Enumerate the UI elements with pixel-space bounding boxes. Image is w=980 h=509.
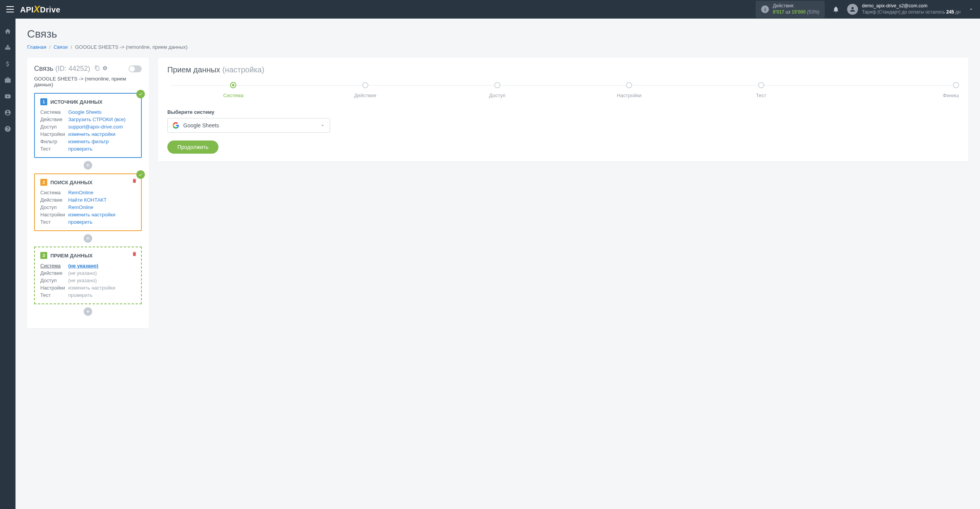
block-source-title: ИСТОЧНИК ДАННЫХ xyxy=(50,99,102,105)
search-action[interactable]: Найти КОНТАКТ xyxy=(68,197,136,203)
add-step-button[interactable]: + xyxy=(84,307,92,316)
svg-rect-1 xyxy=(7,48,9,50)
step-action[interactable]: Действие xyxy=(299,82,432,98)
step-finish[interactable]: Финиш xyxy=(827,82,959,98)
step-test[interactable]: Тест xyxy=(695,82,827,98)
sitemap-icon[interactable] xyxy=(4,44,11,51)
chevron-down-icon xyxy=(320,123,325,128)
delete-icon[interactable] xyxy=(132,178,137,183)
stepper: Система Действие Доступ Настройки Тест Ф… xyxy=(167,82,959,98)
actions-used: 8'017 xyxy=(773,9,784,15)
info-icon: i xyxy=(761,5,769,13)
search-system[interactable]: RemOnline xyxy=(68,190,136,195)
actions-counter[interactable]: i Действия: 8'017 из 15'000 (53%) xyxy=(756,1,825,17)
user-icon[interactable] xyxy=(4,109,11,116)
continue-button[interactable]: Продолжить xyxy=(167,141,218,154)
check-badge-icon xyxy=(136,90,145,98)
block-search: 2ПОИСК ДАННЫХ СистемаRemOnline ДействиеН… xyxy=(34,173,142,231)
topbar: APIXDrive i Действия: 8'017 из 15'000 (5… xyxy=(0,0,980,19)
block-destination: 3ПРИЕМ ДАННЫХ Система(не указано) Действ… xyxy=(34,247,142,304)
dest-test: проверить xyxy=(68,292,136,298)
briefcase-icon[interactable] xyxy=(4,77,11,84)
home-icon[interactable] xyxy=(4,28,11,35)
block-dest-title: ПРИЕМ ДАННЫХ xyxy=(50,253,93,259)
svg-rect-2 xyxy=(9,48,10,50)
breadcrumb-current: GOOGLE SHEETS -> (remonline, прием данны… xyxy=(75,44,187,50)
connection-title: Связь (ID: 44252) xyxy=(34,65,108,73)
dest-access: (не указано) xyxy=(68,278,136,283)
user-email: demo_apix-drive_s2@com.com xyxy=(862,3,961,9)
step-system[interactable]: Система xyxy=(167,82,299,98)
connection-panel: Связь (ID: 44252) GOOGLE SHEETS -> (remo… xyxy=(27,58,149,328)
system-select-label: Выберите систему xyxy=(167,109,959,115)
source-test[interactable]: проверить xyxy=(68,146,136,152)
connection-subtitle: GOOGLE SHEETS -> (remonline, прием данны… xyxy=(34,76,142,87)
content: Связь Главная / Связи / GOOGLE SHEETS ->… xyxy=(15,19,980,509)
breadcrumb: Главная / Связи / GOOGLE SHEETS -> (remo… xyxy=(27,44,968,50)
logo[interactable]: APIXDrive xyxy=(20,4,60,15)
search-test[interactable]: проверить xyxy=(68,219,136,225)
copy-icon[interactable] xyxy=(95,65,100,71)
avatar-icon xyxy=(847,4,858,15)
search-settings[interactable]: изменить настройки xyxy=(68,212,136,218)
source-action[interactable]: Загрузить СТРОКИ (все) xyxy=(68,117,136,122)
actions-total: 15'000 xyxy=(792,9,806,15)
search-access[interactable]: RemOnline xyxy=(68,204,136,210)
source-system[interactable]: Google Sheets xyxy=(68,109,136,115)
config-panel: Прием данных (настройка) Система Действи… xyxy=(158,58,968,161)
block-search-title: ПОИСК ДАННЫХ xyxy=(50,180,93,185)
source-filter[interactable]: изменить фильтр xyxy=(68,139,136,144)
source-settings[interactable]: изменить настройки xyxy=(68,131,136,137)
google-icon xyxy=(172,122,179,129)
youtube-icon[interactable] xyxy=(4,93,11,100)
step-settings[interactable]: Настройки xyxy=(563,82,695,98)
chevron-down-icon[interactable] xyxy=(968,7,974,12)
breadcrumb-home[interactable]: Главная xyxy=(27,44,46,50)
source-access[interactable]: support@apix-drive.com xyxy=(68,124,136,130)
dollar-icon[interactable] xyxy=(4,60,11,67)
actions-pct: (53%) xyxy=(807,9,819,15)
add-step-button[interactable]: + xyxy=(84,161,92,170)
check-badge-icon xyxy=(136,170,145,179)
actions-label: Действия: xyxy=(773,3,819,9)
svg-rect-3 xyxy=(7,45,9,46)
add-step-button[interactable]: + xyxy=(84,234,92,243)
page-title: Связь xyxy=(27,28,968,40)
menu-toggle[interactable] xyxy=(6,6,14,12)
dest-system[interactable]: (не указано) xyxy=(68,263,136,269)
config-title: Прием данных (настройка) xyxy=(167,65,959,74)
delete-icon[interactable] xyxy=(132,251,137,257)
step-access[interactable]: Доступ xyxy=(431,82,563,98)
system-select-value: Google Sheets xyxy=(183,122,320,129)
dest-action: (не указано) xyxy=(68,270,136,276)
user-tariff: Тариф |Стандарт| до оплаты осталось 245 … xyxy=(862,9,961,15)
user-menu[interactable]: demo_apix-drive_s2@com.com Тариф |Станда… xyxy=(847,3,961,15)
notifications-icon[interactable] xyxy=(832,6,839,13)
connection-toggle[interactable] xyxy=(129,65,142,72)
breadcrumb-links[interactable]: Связи xyxy=(53,44,67,50)
sidebar xyxy=(0,19,15,509)
svg-rect-0 xyxy=(5,48,7,50)
block-source: 1ИСТОЧНИК ДАННЫХ СистемаGoogle Sheets Де… xyxy=(34,93,142,158)
dest-settings: изменить настройки xyxy=(68,285,136,291)
help-icon[interactable] xyxy=(4,125,11,132)
gear-icon[interactable] xyxy=(102,65,108,71)
system-select[interactable]: Google Sheets xyxy=(167,118,330,133)
